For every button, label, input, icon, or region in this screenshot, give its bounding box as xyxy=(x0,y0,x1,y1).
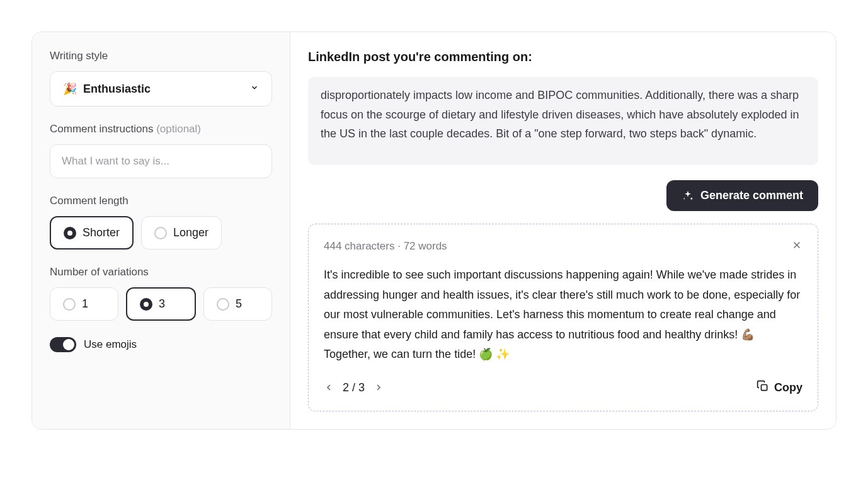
variations-option-1[interactable]: 1 xyxy=(50,287,118,321)
chevron-down-icon xyxy=(250,83,259,95)
radio-icon xyxy=(64,227,76,239)
dropdown-value: 🎉 Enthusiastic xyxy=(63,82,151,96)
main-panel: LinkedIn post you're commenting on: Gene… xyxy=(290,32,836,429)
generate-button[interactable]: Generate comment xyxy=(666,180,818,211)
app-container: Writing style 🎉 Enthusiastic Comment ins… xyxy=(31,32,837,430)
variations-option-3[interactable]: 3 xyxy=(126,287,196,321)
radio-icon xyxy=(217,298,229,311)
writing-style-label: Writing style xyxy=(50,50,272,62)
copy-icon xyxy=(757,380,769,396)
dropdown-text: Enthusiastic xyxy=(83,83,151,96)
generate-row: Generate comment xyxy=(308,180,818,211)
emoji-toggle[interactable] xyxy=(50,337,76,352)
sidebar: Writing style 🎉 Enthusiastic Comment ins… xyxy=(32,32,290,429)
radio-icon xyxy=(63,298,76,311)
emoji-toggle-row: Use emojis xyxy=(50,337,272,352)
result-footer: 2 / 3 Copy xyxy=(324,380,802,396)
post-textarea[interactable] xyxy=(308,77,818,165)
result-box: 444 characters · 72 words It's incredibl… xyxy=(308,224,818,411)
close-button[interactable] xyxy=(791,239,802,253)
radio-icon xyxy=(154,227,167,239)
result-header: 444 characters · 72 words xyxy=(324,239,802,253)
next-page-button[interactable] xyxy=(374,382,384,393)
length-option-shorter[interactable]: Shorter xyxy=(50,216,134,250)
variations-label: Number of variations xyxy=(50,266,272,278)
variations-option-5[interactable]: 5 xyxy=(203,287,272,321)
length-option-longer[interactable]: Longer xyxy=(141,216,222,250)
optional-hint: (optional) xyxy=(156,123,201,135)
post-header: LinkedIn post you're commenting on: xyxy=(308,50,818,64)
sparkle-icon xyxy=(682,190,694,202)
length-radio-group: Shorter Longer xyxy=(50,216,272,250)
comment-instructions-label: Comment instructions (optional) xyxy=(50,123,272,135)
result-text: It's incredible to see such important di… xyxy=(324,265,802,365)
page-indicator: 2 / 3 xyxy=(343,381,365,394)
svg-rect-2 xyxy=(762,384,767,390)
copy-button[interactable]: Copy xyxy=(757,380,802,396)
result-meta: 444 characters · 72 words xyxy=(324,240,447,253)
pagination: 2 / 3 xyxy=(324,381,384,394)
emoji-toggle-label: Use emojis xyxy=(84,338,137,351)
writing-style-dropdown[interactable]: 🎉 Enthusiastic xyxy=(50,71,272,106)
dropdown-emoji: 🎉 xyxy=(63,82,77,96)
radio-icon xyxy=(140,298,152,311)
variations-radio-group: 1 3 5 xyxy=(50,287,272,321)
comment-length-label: Comment length xyxy=(50,195,272,207)
comment-instructions-input[interactable] xyxy=(50,144,272,178)
prev-page-button[interactable] xyxy=(324,382,334,393)
